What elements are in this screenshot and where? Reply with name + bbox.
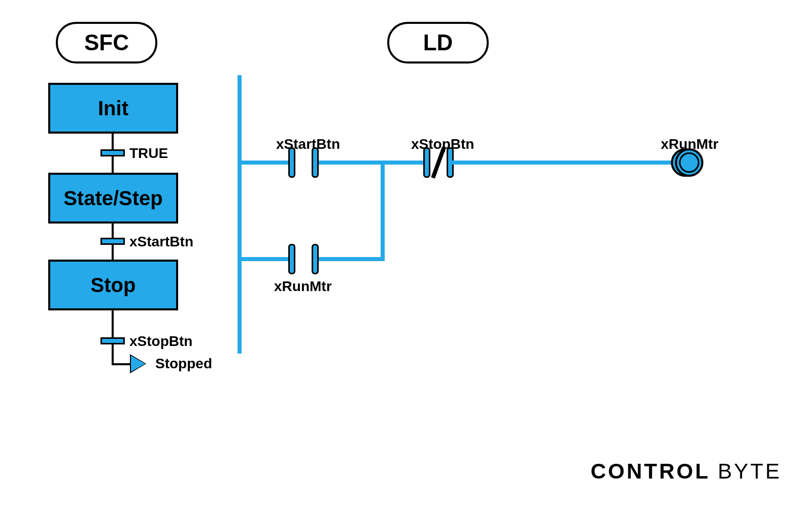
- sfc-transition-label: xStartBtn: [129, 234, 193, 250]
- sfc-step-state: State/Step: [48, 173, 178, 224]
- ld-coil-label: xRunMtr: [661, 136, 719, 152]
- ld-wire: [238, 161, 288, 165]
- sfc-step-stop: Stop: [48, 260, 178, 310]
- ld-contact-nc-xstopbtn: [423, 149, 454, 176]
- sfc-transition-label: xStopBtn: [129, 333, 192, 350]
- ld-wire: [238, 257, 288, 261]
- ld-wire: [382, 161, 423, 165]
- ld-contact-label: xStopBtn: [411, 136, 474, 152]
- ld-power-rail: [238, 75, 242, 354]
- ld-header: LD: [387, 22, 489, 64]
- sfc-step-init: Init: [48, 83, 178, 134]
- ld-contact-no-xstartbtn: [288, 149, 319, 176]
- ld-wire: [319, 161, 385, 165]
- sfc-transition: [100, 238, 125, 245]
- sfc-jump-arrow: [131, 356, 145, 372]
- sfc-header: SFC: [56, 22, 157, 64]
- ld-wire: [452, 161, 675, 165]
- sfc-jump-label: Stopped: [155, 356, 212, 372]
- ld-contact-no-xrunmtr: [288, 246, 319, 272]
- ld-contact-label: xStartBtn: [276, 136, 340, 152]
- ld-wire: [319, 257, 385, 261]
- ld-wire: [381, 161, 385, 261]
- ld-coil-xrunmtr: [675, 148, 703, 177]
- sfc-transition: [100, 149, 125, 156]
- ld-contact-label: xRunMtr: [274, 278, 332, 295]
- brand-logo: CONTROL byTe: [591, 459, 782, 484]
- sfc-transition-label: TRUE: [129, 145, 168, 162]
- sfc-connector: [112, 363, 132, 365]
- sfc-transition: [100, 337, 125, 344]
- sfc-connector: [112, 310, 114, 363]
